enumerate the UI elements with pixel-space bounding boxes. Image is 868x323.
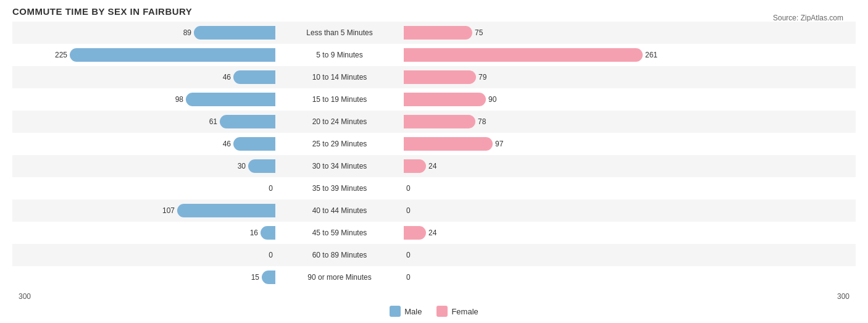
male-bar <box>262 271 275 284</box>
female-value: 0 <box>406 206 424 215</box>
row-label: 15 to 19 Minutes <box>278 95 401 104</box>
male-value: 225 <box>50 51 67 59</box>
female-bar <box>404 26 472 40</box>
legend-female: Female <box>436 306 478 317</box>
axis-right: 300 <box>831 292 856 301</box>
chart-row: 46 25 to 29 Minutes 97 <box>12 133 856 155</box>
female-value: 78 <box>478 117 495 126</box>
female-value: 0 <box>406 184 424 193</box>
axis-left: 300 <box>12 292 37 301</box>
female-bar <box>404 70 476 84</box>
row-label: 20 to 24 Minutes <box>278 117 401 126</box>
female-value: 0 <box>406 251 424 259</box>
left-bar-container: 15 <box>12 271 278 284</box>
male-bar <box>220 115 275 128</box>
male-value: 15 <box>242 273 259 282</box>
source-label: Source: ZipAtlas.com <box>773 14 843 22</box>
male-value: 98 <box>166 95 183 104</box>
axis-row: 300 300 <box>12 288 856 303</box>
male-value: 46 <box>214 73 231 82</box>
right-bar-container: 79 <box>401 70 667 84</box>
male-value: 46 <box>214 140 231 148</box>
male-value: 16 <box>241 229 258 237</box>
male-value: 89 <box>174 28 191 37</box>
chart-row: 16 45 to 59 Minutes 24 <box>12 222 856 244</box>
male-bar <box>186 93 275 106</box>
chart-row: 98 15 to 19 Minutes 90 <box>12 88 856 111</box>
legend-male: Male <box>390 306 422 317</box>
left-bar-container: 16 <box>12 226 278 240</box>
right-bar-container: 78 <box>401 115 667 128</box>
row-label: 35 to 39 Minutes <box>278 184 401 193</box>
female-value: 97 <box>495 140 512 148</box>
left-bar-container: 89 <box>12 26 278 40</box>
row-label: 45 to 59 Minutes <box>278 229 401 237</box>
left-bar-container: 61 <box>12 115 278 128</box>
male-bar <box>194 26 275 40</box>
female-bar <box>404 226 426 240</box>
right-bar-container: 0 <box>401 248 667 262</box>
female-bar <box>404 48 643 62</box>
chart-area: 89 Less than 5 Minutes 75 225 5 to 9 Min… <box>12 22 856 317</box>
female-value: 261 <box>645 51 662 59</box>
legend: Male Female <box>12 306 856 317</box>
right-bar-container: 75 <box>401 26 667 40</box>
left-bar-container: 225 <box>12 48 278 62</box>
female-bar <box>404 115 475 128</box>
chart-row: 0 35 to 39 Minutes 0 <box>12 177 856 199</box>
chart-row: 15 90 or more Minutes 0 <box>12 266 856 288</box>
right-bar-container: 24 <box>401 159 667 173</box>
right-bar-container: 90 <box>401 93 667 106</box>
female-value: 0 <box>406 273 424 282</box>
row-label: 10 to 14 Minutes <box>278 73 401 82</box>
row-label: 90 or more Minutes <box>278 273 401 282</box>
female-label: Female <box>451 307 478 316</box>
row-label: 5 to 9 Minutes <box>278 51 401 59</box>
right-bar-container: 97 <box>401 137 667 151</box>
right-bar-container: 0 <box>401 182 667 195</box>
male-value: 0 <box>256 184 273 193</box>
row-label: 25 to 29 Minutes <box>278 140 401 148</box>
male-value: 61 <box>200 117 217 126</box>
left-bar-container: 0 <box>12 182 278 195</box>
left-bar-container: 30 <box>12 159 278 173</box>
chart-title: COMMUTE TIME BY SEX IN FAIRBURY <box>12 6 856 17</box>
female-value: 90 <box>488 95 506 104</box>
female-bar <box>404 93 486 106</box>
row-label: 40 to 44 Minutes <box>278 206 401 215</box>
male-bar <box>70 48 275 62</box>
male-value: 30 <box>228 162 246 170</box>
row-label: Less than 5 Minutes <box>278 28 401 37</box>
right-bar-container: 0 <box>401 204 667 217</box>
male-bar <box>248 159 275 173</box>
chart-row: 30 30 to 34 Minutes 24 <box>12 155 856 177</box>
female-value: 24 <box>428 229 446 237</box>
right-bar-container: 0 <box>401 271 667 284</box>
chart-row: 225 5 to 9 Minutes 261 <box>12 44 856 66</box>
chart-row: 61 20 to 24 Minutes 78 <box>12 111 856 133</box>
male-bar <box>233 70 275 84</box>
chart-row: 107 40 to 44 Minutes 0 <box>12 199 856 222</box>
left-bar-container: 0 <box>12 248 278 262</box>
male-bar <box>261 226 275 240</box>
left-bar-container: 98 <box>12 93 278 106</box>
female-value: 79 <box>478 73 496 82</box>
chart-row: 46 10 to 14 Minutes 79 <box>12 66 856 88</box>
female-bar <box>404 159 426 173</box>
left-bar-container: 107 <box>12 204 278 217</box>
chart-row: 0 60 to 89 Minutes 0 <box>12 244 856 266</box>
female-bar <box>404 137 493 151</box>
row-label: 30 to 34 Minutes <box>278 162 401 170</box>
left-bar-container: 46 <box>12 70 278 84</box>
row-label: 60 to 89 Minutes <box>278 251 401 259</box>
female-value: 75 <box>475 28 492 37</box>
left-bar-container: 46 <box>12 137 278 151</box>
female-value: 24 <box>428 162 446 170</box>
male-value: 0 <box>256 251 273 259</box>
right-bar-container: 261 <box>401 48 667 62</box>
chart-row: 89 Less than 5 Minutes 75 <box>12 22 856 44</box>
right-bar-container: 24 <box>401 226 667 240</box>
male-bar <box>177 204 275 217</box>
male-color-box <box>390 306 401 317</box>
female-color-box <box>436 306 448 317</box>
